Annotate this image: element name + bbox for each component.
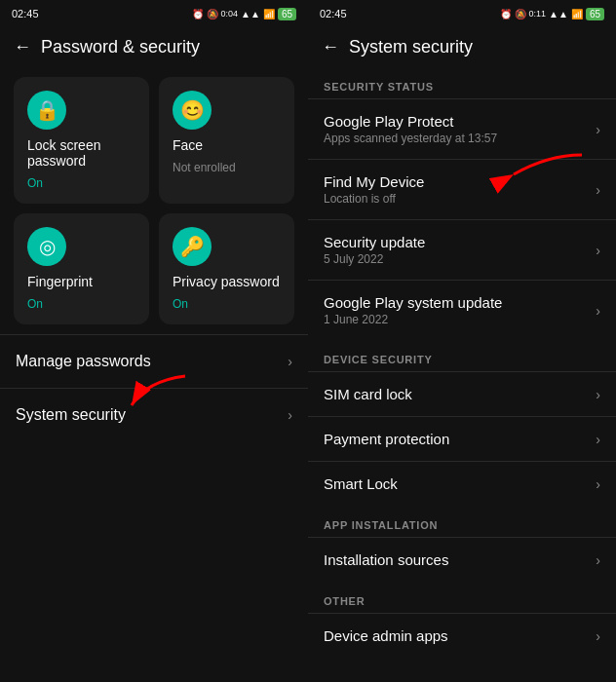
privacy-password-icon: 🔑 (173, 227, 212, 266)
grid-item-fingerprint[interactable]: ◎ Fingerprint On (14, 213, 149, 324)
red-arrow-annotation-right (499, 150, 587, 194)
security-grid: 🔒 Lock screen password On 😊 Face Not enr… (0, 67, 308, 334)
fingerprint-label: Fingerprint (27, 274, 135, 289)
system-security-label: System security (16, 406, 126, 424)
google-play-protect-chevron: › (596, 122, 600, 137)
system-security-chevron: › (288, 407, 292, 423)
grid-item-face[interactable]: 😊 Face Not enrolled (159, 77, 294, 204)
status-icons-right: ⏰ 🔕 0:11 ▲▲ 📶 65 (500, 8, 604, 20)
time-right: 02:45 (320, 8, 347, 19)
back-button-right[interactable]: ← (322, 37, 339, 57)
device-admin-apps-item[interactable]: Device admin apps › (308, 613, 616, 658)
sim-card-lock-title: SIM card lock (324, 386, 412, 402)
lock-screen-status: On (27, 176, 135, 190)
smart-lock-chevron: › (596, 476, 600, 492)
find-my-device-chevron: › (596, 182, 600, 198)
grid-item-lock-screen[interactable]: 🔒 Lock screen password On (14, 77, 149, 204)
status-icons-left: ⏰ 🔕 0:04 ▲▲ 📶 65 (192, 8, 296, 20)
payment-protection-chevron: › (596, 432, 600, 447)
fingerprint-status: On (27, 297, 135, 311)
google-play-system-update-item[interactable]: Google Play system update 1 June 2022 › (308, 280, 616, 340)
system-security-item[interactable]: System security › (0, 388, 308, 441)
section-label-other: OTHER (308, 582, 616, 613)
security-update-chevron: › (596, 243, 600, 258)
privacy-password-status: On (173, 297, 281, 311)
section-label-security-status: SECURITY STATUS (308, 67, 616, 98)
find-my-device-sub: Location is off (324, 192, 424, 206)
google-play-system-update-title: Google Play system update (324, 294, 502, 311)
header-right: ← System security (308, 27, 616, 67)
grid-item-privacy-password[interactable]: 🔑 Privacy password On (159, 213, 294, 324)
section-label-device-security: DEVICE SECURITY (308, 340, 616, 371)
fingerprint-icon: ◎ (27, 227, 66, 266)
lock-icon: 🔒 (27, 91, 66, 130)
status-bar-left: 02:45 ⏰ 🔕 0:04 ▲▲ 📶 65 (0, 0, 308, 27)
smart-lock-title: Smart Lock (324, 475, 398, 492)
face-icon: 😊 (173, 91, 212, 130)
manage-passwords-label: Manage passwords (16, 353, 151, 370)
header-left: ← Password & security (0, 27, 308, 67)
google-play-protect-sub: Apps scanned yesterday at 13:57 (324, 132, 497, 145)
status-bar-right: 02:45 ⏰ 🔕 0:11 ▲▲ 📶 65 (308, 0, 616, 27)
manage-passwords-chevron: › (288, 354, 292, 369)
google-play-protect-title: Google Play Protect (324, 113, 497, 130)
face-label: Face (173, 137, 281, 153)
payment-protection-item[interactable]: Payment protection › (308, 416, 616, 461)
security-update-item[interactable]: Security update 5 July 2022 › (308, 219, 616, 280)
face-status: Not enrolled (173, 161, 281, 174)
device-admin-apps-chevron: › (596, 628, 600, 644)
sim-card-lock-chevron: › (596, 387, 600, 402)
google-play-system-update-sub: 1 June 2022 (324, 313, 502, 326)
security-update-sub: 5 July 2022 (324, 252, 425, 266)
google-play-system-update-chevron: › (596, 303, 600, 319)
sim-card-lock-item[interactable]: SIM card lock › (308, 371, 616, 416)
lock-screen-label: Lock screen password (27, 137, 135, 169)
privacy-password-label: Privacy password (173, 274, 281, 289)
security-update-title: Security update (324, 234, 425, 250)
installation-sources-item[interactable]: Installation sources › (308, 537, 616, 582)
find-my-device-item[interactable]: Find My Device Location is off › (308, 159, 616, 219)
installation-sources-chevron: › (596, 552, 600, 568)
red-arrow-annotation-left (127, 371, 205, 420)
left-panel: 02:45 ⏰ 🔕 0:04 ▲▲ 📶 65 ← Password & secu… (0, 0, 308, 682)
back-button-left[interactable]: ← (14, 37, 31, 57)
page-title-right: System security (349, 37, 473, 57)
time-left: 02:45 (12, 8, 39, 19)
device-admin-apps-title: Device admin apps (324, 627, 448, 644)
section-label-app-installation: APP INSTALLATION (308, 506, 616, 537)
payment-protection-title: Payment protection (324, 431, 449, 447)
right-panel: 02:45 ⏰ 🔕 0:11 ▲▲ 📶 65 ← System security… (308, 0, 616, 682)
installation-sources-title: Installation sources (324, 551, 448, 568)
find-my-device-title: Find My Device (324, 173, 424, 190)
page-title-left: Password & security (41, 37, 200, 57)
smart-lock-item[interactable]: Smart Lock › (308, 461, 616, 506)
